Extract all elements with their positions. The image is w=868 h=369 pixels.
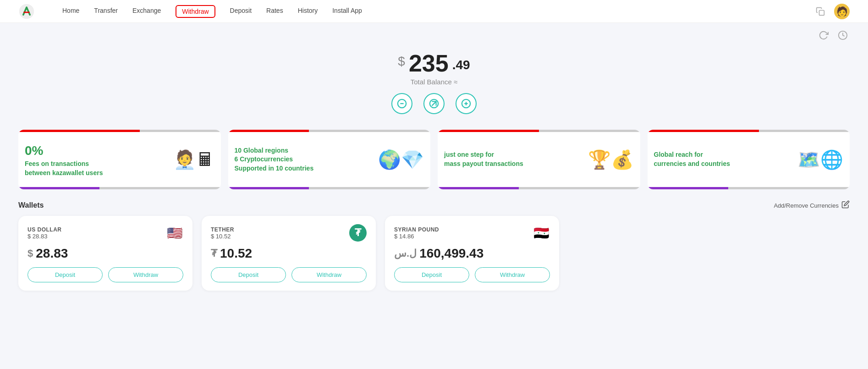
banner-fees[interactable]: 0% Fees on transactionsbetween kazawalle… <box>18 130 221 189</box>
wallet-usd-value: $ 14.86 <box>394 233 439 240</box>
syp-deposit-button[interactable]: Deposit <box>394 267 469 282</box>
banner-text: 10 Global regions6 CryptocurrenciesSuppo… <box>235 146 314 173</box>
wallet-card-top: US DOLLAR $ 28.83 🇺🇸 <box>27 224 183 242</box>
wallet-balance-usd: $ 28.83 <box>27 246 183 261</box>
send-button[interactable] <box>423 93 445 114</box>
balance-label: Total Balance ≈ <box>411 78 457 86</box>
nav-deposit[interactable]: Deposit <box>230 5 252 18</box>
usd-deposit-button[interactable]: Deposit <box>27 267 103 282</box>
balance-section: $ 235 .49 Total Balance ≈ <box>0 42 868 119</box>
refresh-icon[interactable] <box>817 28 830 42</box>
edit-icon <box>841 200 850 210</box>
quick-action-buttons <box>391 93 477 114</box>
balance-amount: $ 235 .49 <box>398 51 470 75</box>
tether-deposit-button[interactable]: Deposit <box>211 267 286 282</box>
banner-payout[interactable]: just one step formass payout transaction… <box>438 130 640 189</box>
banner-illustration: 🏆💰 <box>523 149 634 171</box>
copy-icon[interactable] <box>814 5 827 18</box>
banner-text: Global reach forcurrencies and countries <box>654 150 731 168</box>
nav-withdraw[interactable]: Withdraw <box>176 5 215 18</box>
header-right: 🧑 <box>814 4 850 19</box>
wallet-actions-usd: Deposit Withdraw <box>27 267 183 282</box>
nav-exchange[interactable]: Exchange <box>132 5 161 18</box>
top-actions <box>0 23 868 42</box>
banner-bottom-bar <box>228 187 431 189</box>
add-remove-currencies-button[interactable]: Add/Remove Currencies <box>774 200 850 210</box>
logo[interactable] <box>18 3 35 20</box>
nav-rates[interactable]: Rates <box>266 5 283 18</box>
balance-main: 235 <box>409 51 449 75</box>
banner-reach[interactable]: Global reach forcurrencies and countries… <box>648 130 850 189</box>
banner-content: 0% Fees on transactionsbetween kazawalle… <box>18 132 221 187</box>
usd-withdraw-button[interactable]: Withdraw <box>108 267 183 282</box>
wallet-balance-syp: ل.س 160,499.43 <box>394 246 550 261</box>
banner-content: just one step formass payout transaction… <box>438 132 640 187</box>
balance-cents: .49 <box>452 58 470 72</box>
banner-content: Global reach forcurrencies and countries… <box>648 132 850 187</box>
header: Home Transfer Exchange Withdraw Deposit … <box>0 0 868 23</box>
nav-home[interactable]: Home <box>62 5 79 18</box>
withdraw-button[interactable] <box>391 93 412 114</box>
syp-withdraw-button[interactable]: Withdraw <box>475 267 550 282</box>
wallet-cards: US DOLLAR $ 28.83 🇺🇸 $ 28.83 Deposit Wit… <box>0 216 868 300</box>
wallet-usd-value: $ 28.83 <box>27 233 62 240</box>
wallets-title: Wallets <box>18 201 44 209</box>
main-nav: Home Transfer Exchange Withdraw Deposit … <box>62 5 814 18</box>
user-avatar[interactable]: 🧑 <box>834 4 850 19</box>
wallet-card-syp: SYRIAN POUND $ 14.86 🇸🇾 ل.س 160,499.43 D… <box>385 216 559 291</box>
wallet-name: US DOLLAR <box>27 226 62 233</box>
wallet-actions-tether: Deposit Withdraw <box>211 267 367 282</box>
wallet-flag-syp: 🇸🇾 <box>533 224 550 242</box>
wallet-flag-tether: ₮ <box>349 224 367 242</box>
banner-illustration: 🧑‍💼🖩 <box>103 149 214 171</box>
add-remove-label: Add/Remove Currencies <box>774 202 839 209</box>
history-icon[interactable] <box>836 28 850 42</box>
wallet-card-top: SYRIAN POUND $ 14.86 🇸🇾 <box>394 224 550 242</box>
wallet-name: TETHER <box>211 226 234 233</box>
banner-text: 0% Fees on transactionsbetween kazawalle… <box>25 142 103 177</box>
banner-illustration: 🌍💎 <box>313 149 424 171</box>
banner-bottom-bar <box>438 187 640 189</box>
wallet-usd-value: $ 10.52 <box>211 233 234 240</box>
wallet-flag-usd: 🇺🇸 <box>166 224 183 242</box>
svg-rect-1 <box>819 10 824 15</box>
banner-content: 10 Global regions6 CryptocurrenciesSuppo… <box>228 132 431 187</box>
wallet-name: SYRIAN POUND <box>394 226 439 233</box>
wallet-card-top: TETHER $ 10.52 ₮ <box>211 224 367 242</box>
nav-install-app[interactable]: Install App <box>332 5 362 18</box>
wallet-card-usd: US DOLLAR $ 28.83 🇺🇸 $ 28.83 Deposit Wit… <box>18 216 192 291</box>
wallet-actions-syp: Deposit Withdraw <box>394 267 550 282</box>
banner-illustration: 🗺️🌐 <box>730 149 843 171</box>
nav-transfer[interactable]: Transfer <box>94 5 118 18</box>
wallets-header: Wallets Add/Remove Currencies <box>0 197 868 216</box>
wallet-balance-tether: ₮ 10.52 <box>211 246 367 261</box>
banners-section: 0% Fees on transactionsbetween kazawalle… <box>0 119 868 197</box>
svg-point-0 <box>19 4 34 18</box>
balance-currency-sign: $ <box>398 54 405 69</box>
deposit-button[interactable] <box>456 93 477 114</box>
banner-global[interactable]: 10 Global regions6 CryptocurrenciesSuppo… <box>228 130 431 189</box>
banner-text: just one step formass payout transaction… <box>444 150 523 168</box>
banner-bottom-bar <box>648 187 850 189</box>
wallet-card-tether: TETHER $ 10.52 ₮ ₮ 10.52 Deposit Withdra… <box>202 216 376 291</box>
nav-history[interactable]: History <box>298 5 318 18</box>
tether-withdraw-button[interactable]: Withdraw <box>291 267 367 282</box>
banner-bottom-bar <box>18 187 221 189</box>
svg-line-6 <box>432 101 436 105</box>
